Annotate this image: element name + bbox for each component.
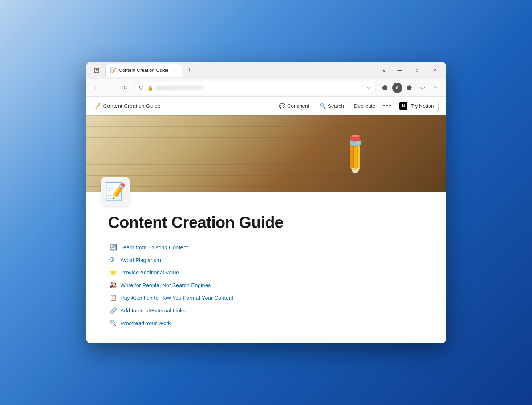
toc-item[interactable]: ⭐Provide Additional Value — [108, 267, 424, 278]
toc-item[interactable]: 📋Pay Attention to How You Format Your Co… — [108, 292, 424, 303]
search-icon: 🔍 — [320, 103, 326, 109]
table-of-contents: 🔄Learn from Existing Content©Avoid Plagi… — [108, 242, 424, 329]
comment-icon: 💬 — [279, 103, 285, 109]
toc-item-text: Pay Attention to How You Format Your Con… — [121, 295, 233, 301]
search-label: Search — [328, 103, 344, 109]
toc-item-icon: 🎎 — [110, 282, 117, 289]
comment-button[interactable]: 💬 Comment — [275, 100, 314, 112]
toc-item-icon: 🔗 — [110, 307, 117, 314]
page-icon: 📝 — [101, 177, 130, 206]
tab-close-button[interactable]: ✕ — [171, 67, 178, 73]
tab-dropdown-button[interactable]: ∨ — [378, 65, 390, 76]
tab-title: Content Creation Guide — [119, 68, 169, 73]
toc-item[interactable]: 🔄Learn from Existing Content — [108, 242, 424, 253]
toc-item[interactable]: 🔍Proofread Your Work — [108, 318, 424, 329]
shield-icon: 🛡 — [139, 85, 144, 91]
toc-item-text: Add Internal/External Links — [121, 307, 186, 314]
toc-item-icon: 📋 — [110, 294, 117, 301]
toc-item-text: Learn from Existing Content — [121, 244, 188, 250]
toc-item-icon: 🔄 — [110, 244, 117, 251]
menu-icon[interactable]: ≡ — [430, 82, 442, 94]
lock-icon: 🔒 — [147, 85, 153, 91]
user-avatar[interactable]: A — [392, 83, 402, 93]
try-notion-button[interactable]: N Try Notion — [395, 100, 438, 112]
page-title: Content Creation Guide — [103, 103, 161, 109]
page-content: 📝 Content Creation Guide 🔄Learn from Exi… — [86, 192, 446, 343]
maximize-button[interactable]: □ — [409, 65, 426, 76]
title-bar: 📝 Content Creation Guide ✕ + ∨ — □ ✕ — [86, 62, 446, 79]
svg-rect-0 — [94, 68, 99, 73]
more-options-button[interactable]: ••• — [381, 100, 393, 112]
tab-history-button[interactable] — [89, 64, 104, 77]
try-notion-label: Try Notion — [410, 103, 434, 109]
star-icon[interactable]: ☆ — [367, 85, 371, 91]
page-heading: Content Creation Guide — [108, 213, 424, 232]
back-button[interactable]: ← — [91, 82, 102, 94]
forward-button[interactable]: → — [105, 82, 117, 94]
toc-item-icon: 🔍 — [110, 320, 117, 327]
duplicate-button[interactable]: Duplicate — [350, 100, 379, 112]
toc-item[interactable]: 🔗Add Internal/External Links — [108, 305, 424, 316]
pen-icon[interactable]: ✏ — [417, 82, 429, 94]
page-title-bar: 📝 Content Creation Guide — [94, 103, 272, 109]
pocket-icon[interactable] — [379, 82, 391, 94]
refresh-button[interactable]: ↻ — [120, 82, 131, 94]
comment-label: Comment — [287, 103, 309, 109]
close-window-button[interactable]: ✕ — [426, 65, 443, 76]
browser-toolbar: A ✏ ≡ — [379, 82, 442, 94]
notion-toolbar: 📝 Content Creation Guide 💬 Comment 🔍 Sea… — [86, 97, 446, 115]
hero-image — [86, 115, 446, 192]
toc-item-text: Provide Additional Value — [121, 269, 179, 275]
extension-icon[interactable] — [404, 82, 415, 94]
url-bar[interactable]: 🛡 🔒 notion.so/•••••••••••••• ☆ — [134, 82, 376, 94]
url-text: notion.so/•••••••••••••• — [156, 85, 364, 90]
toc-item[interactable]: 🎎Write for People, Not Search Engines — [108, 279, 424, 291]
new-tab-button[interactable]: + — [184, 65, 195, 76]
tab-favicon: 📝 — [110, 68, 116, 73]
toc-item-text: Avoid Plagiarism — [121, 257, 161, 263]
search-button[interactable]: 🔍 Search — [315, 100, 348, 112]
toc-item-icon: © — [110, 257, 117, 263]
toc-item-icon: ⭐ — [110, 269, 117, 276]
active-tab[interactable]: 📝 Content Creation Guide ✕ — [105, 64, 183, 77]
toc-item[interactable]: ©Avoid Plagiarism — [108, 254, 424, 265]
minimize-button[interactable]: — — [391, 65, 408, 76]
tab-list: 📝 Content Creation Guide ✕ + — [89, 64, 377, 77]
toc-item-text: Proofread Your Work — [121, 320, 171, 326]
window-controls: — □ ✕ — [391, 65, 443, 76]
page-icon-small: 📝 — [94, 103, 101, 109]
notion-actions: 💬 Comment 🔍 Search Duplicate ••• N Try N… — [275, 100, 438, 112]
content-area: Content Creation Guide 🔄Learn from Exist… — [86, 192, 446, 343]
duplicate-label: Duplicate — [354, 103, 375, 109]
notion-logo: N — [399, 102, 407, 110]
address-bar: ← → ↻ 🛡 🔒 notion.so/•••••••••••••• ☆ A ✏… — [86, 79, 446, 97]
toc-item-text: Write for People, Not Search Engines — [121, 282, 211, 288]
browser-window: 📝 Content Creation Guide ✕ + ∨ — □ ✕ ← →… — [86, 62, 446, 343]
